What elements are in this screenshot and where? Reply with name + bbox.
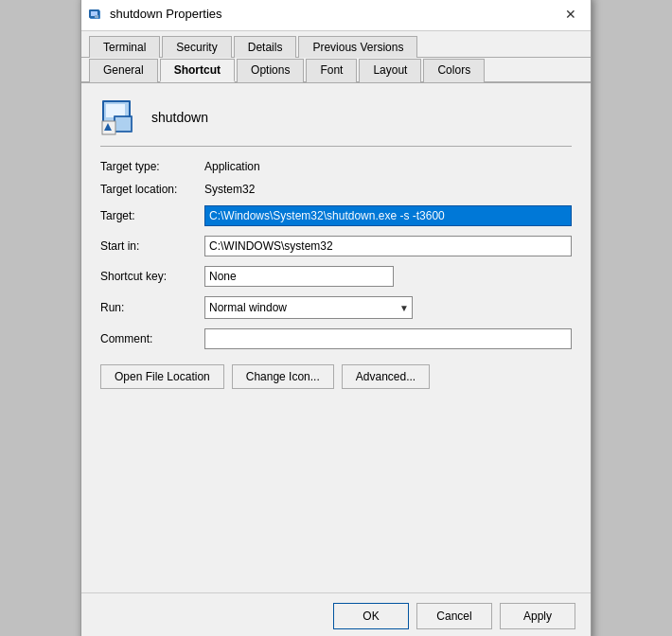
comment-row: Comment: [100,328,572,349]
target-type-row: Target type: Application [100,160,572,173]
start-in-input[interactable] [204,236,572,256]
start-in-row: Start in: [100,236,572,256]
comment-input[interactable] [204,328,572,349]
shortcut-key-label: Shortcut key: [100,270,204,283]
start-in-label: Start in: [100,239,204,253]
tab-terminal[interactable]: Terminal [89,36,160,58]
target-location-row: Target location: System32 [100,183,572,196]
run-select[interactable]: Normal window Minimized Maximized [204,296,413,319]
tab-general[interactable]: General [89,59,158,82]
target-label: Target: [100,209,204,222]
comment-label: Comment: [100,332,204,345]
tab-security[interactable]: Security [162,36,231,58]
app-header: shutdown [100,98,572,147]
tabs-row-1: Terminal Security Details Previous Versi… [81,31,591,58]
dialog-title: shutdown Properties [110,7,222,21]
svg-rect-7 [106,104,125,117]
app-title-icon [89,7,104,22]
bottom-bar: OK Cancel Apply [81,592,591,636]
tab-options[interactable]: Options [237,59,304,82]
tab-previous-versions[interactable]: Previous Versions [298,36,417,58]
target-type-label: Target type: [100,160,204,173]
title-bar: shutdown Properties ✕ [81,0,591,31]
shortcut-key-row: Shortcut key: [100,266,572,287]
tab-font[interactable]: Font [306,59,357,82]
change-icon-button[interactable]: Change Icon... [232,364,334,389]
action-buttons: Open File Location Change Icon... Advanc… [100,364,572,389]
tab-colors[interactable]: Colors [423,59,485,82]
open-file-location-button[interactable]: Open File Location [100,364,224,389]
target-row: Target: [100,205,572,226]
shortcut-key-input[interactable] [204,266,394,287]
apply-button[interactable]: Apply [500,603,575,629]
tab-content: shutdown Target type: Application Target… [81,83,591,592]
target-input[interactable] [204,205,572,226]
run-select-wrapper: Normal window Minimized Maximized ▼ [204,296,413,319]
run-row: Run: Normal window Minimized Maximized ▼ [100,296,572,319]
advanced-button[interactable]: Advanced... [342,364,430,389]
tabs-row-2: General Shortcut Options Font Layout Col… [81,58,591,83]
ok-button[interactable]: OK [333,603,409,629]
target-location-value: System32 [204,183,255,196]
svg-rect-9 [115,117,131,131]
run-label: Run: [100,301,204,314]
cancel-button[interactable]: Cancel [416,603,492,629]
app-icon [100,98,138,136]
dialog-window: shutdown Properties ✕ Terminal Security … [80,0,592,636]
target-type-value: Application [204,160,260,173]
close-button[interactable]: ✕ [558,4,583,25]
target-location-label: Target location: [100,183,204,196]
title-bar-left: shutdown Properties [89,7,222,22]
tab-shortcut[interactable]: Shortcut [160,59,235,82]
tab-details[interactable]: Details [234,36,297,58]
app-name-label: shutdown [151,110,208,125]
tab-layout[interactable]: Layout [359,59,421,82]
